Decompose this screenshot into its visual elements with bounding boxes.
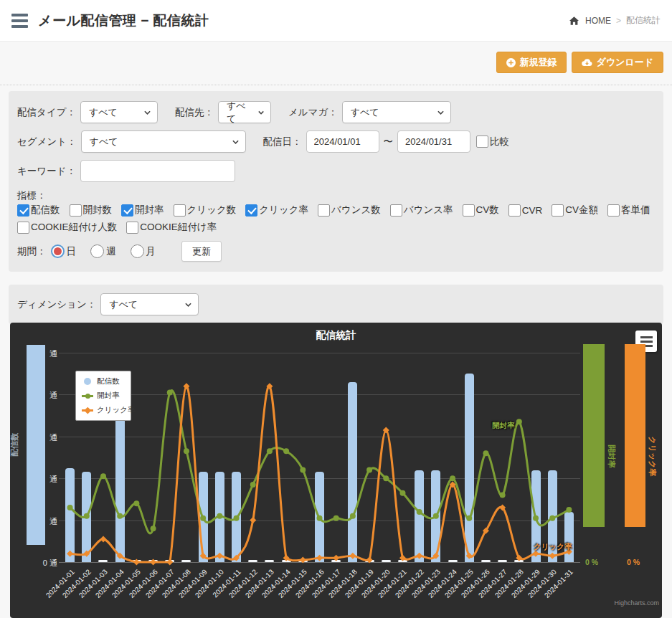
period-radio-日[interactable]: 日 — [51, 244, 77, 258]
metric-checkbox-input[interactable] — [70, 204, 82, 217]
marker-開封率[interactable] — [466, 515, 472, 521]
legend-item-配信数[interactable]: 配信数 — [82, 376, 125, 386]
marker-開封率[interactable] — [566, 507, 572, 513]
metric-checkbox-input[interactable] — [318, 204, 330, 217]
register-button[interactable]: 新規登録 — [496, 52, 567, 73]
date-from-input[interactable] — [306, 130, 379, 153]
marker-開封率[interactable] — [417, 509, 422, 515]
dimension-select[interactable]: すべて — [100, 293, 199, 315]
marker-開封率[interactable] — [133, 500, 139, 506]
metric-checkbox-客単価[interactable]: 客単価 — [607, 204, 650, 217]
marker-クリック率[interactable] — [349, 553, 356, 559]
marker-クリック率[interactable] — [300, 557, 306, 564]
metric-checkbox-input[interactable] — [174, 204, 186, 217]
marker-開封率[interactable] — [167, 389, 173, 395]
marker-開封率[interactable] — [84, 513, 90, 519]
marker-開封率[interactable] — [250, 482, 256, 488]
metric-checkbox-開封率[interactable]: 開封率 — [121, 204, 164, 217]
metric-checkbox-クリック率[interactable]: クリック率 — [245, 204, 308, 217]
metric-checkbox-CV金額[interactable]: CV金額 — [552, 204, 598, 217]
metric-checkbox-input[interactable] — [245, 204, 257, 217]
marker-クリック率[interactable] — [250, 517, 256, 523]
metric-checkbox-開封数[interactable]: 開封数 — [70, 204, 113, 217]
metric-checkbox-COOKIE紐付け人数[interactable]: COOKIE紐付け人数 — [17, 221, 117, 234]
marker-開封率[interactable] — [151, 526, 156, 531]
metric-checkbox-COOKIE紐付け率[interactable]: COOKIE紐付け率 — [126, 221, 217, 234]
marker-開封率[interactable] — [200, 515, 206, 521]
open-rate-zero-label: 0 % — [585, 558, 598, 566]
period-radio-input[interactable] — [51, 244, 65, 258]
metric-checkbox-CV数[interactable]: CV数 — [463, 204, 499, 217]
delivery-type-select[interactable]: すべて — [80, 101, 158, 123]
marker-開封率[interactable] — [184, 448, 189, 454]
keyword-input[interactable] — [80, 160, 235, 182]
compare-checkbox-label[interactable]: 比較 — [476, 136, 509, 148]
marker-開封率[interactable] — [399, 490, 405, 496]
marker-クリック率[interactable] — [316, 555, 323, 561]
date-to-input[interactable] — [397, 130, 470, 153]
metric-checkbox-input[interactable] — [17, 204, 29, 217]
marker-クリック率[interactable] — [333, 555, 339, 561]
merumaga-select[interactable]: すべて — [342, 101, 451, 123]
marker-クリック率[interactable] — [466, 553, 473, 559]
metric-checkbox-input[interactable] — [121, 204, 133, 217]
marker-クリック率[interactable] — [217, 553, 223, 559]
marker-開封率[interactable] — [283, 448, 289, 454]
metric-checkbox-CVR[interactable]: CVR — [508, 204, 543, 217]
marker-開封率[interactable] — [516, 419, 522, 424]
marker-開封率[interactable] — [383, 475, 389, 481]
marker-クリック率[interactable] — [67, 551, 73, 557]
metric-checkbox-label: CV金額 — [565, 204, 598, 217]
metric-checkbox-バウンス数[interactable]: バウンス数 — [318, 204, 381, 217]
marker-クリック率[interactable] — [549, 553, 556, 559]
marker-クリック率[interactable] — [100, 536, 106, 542]
marker-開封率[interactable] — [333, 515, 339, 521]
marker-開封率[interactable] — [234, 515, 240, 521]
period-radio-input[interactable] — [131, 244, 144, 258]
metric-checkbox-クリック数[interactable]: クリック数 — [174, 204, 237, 217]
highcharts-credits[interactable]: Highcharts.com — [614, 599, 659, 607]
compare-checkbox[interactable] — [476, 136, 488, 148]
menu-hamburger-icon[interactable] — [11, 14, 28, 28]
segment-select[interactable]: すべて — [81, 130, 246, 153]
marker-クリック率[interactable] — [166, 559, 173, 566]
marker-開封率[interactable] — [483, 450, 488, 456]
metric-checkbox-input[interactable] — [390, 204, 402, 217]
marker-開封率[interactable] — [450, 475, 455, 481]
marker-開封率[interactable] — [500, 493, 506, 498]
period-radio-月[interactable]: 月 — [131, 244, 156, 258]
marker-開封率[interactable] — [67, 505, 73, 510]
marker-開封率[interactable] — [117, 513, 123, 519]
metric-checkbox-バウンス率[interactable]: バウンス率 — [390, 204, 453, 217]
metric-checkbox-input[interactable] — [126, 222, 138, 234]
metric-checkbox-input[interactable] — [508, 204, 521, 217]
marker-開封率[interactable] — [217, 513, 222, 519]
legend-item-label: クリック率 — [97, 405, 135, 415]
marker-クリック率[interactable] — [366, 557, 373, 564]
metric-checkbox-input[interactable] — [463, 204, 475, 217]
period-radio-input[interactable] — [90, 244, 104, 258]
download-button[interactable]: ダウンロード — [572, 52, 663, 73]
marker-開封率[interactable] — [433, 513, 439, 519]
period-radio-週[interactable]: 週 — [90, 244, 116, 258]
metric-checkbox-配信数[interactable]: 配信数 — [17, 204, 60, 217]
legend-item-クリック率[interactable]: クリック率 — [82, 405, 125, 415]
marker-開封率[interactable] — [100, 473, 106, 479]
marker-クリック率[interactable] — [133, 559, 140, 566]
marker-クリック率[interactable] — [416, 553, 422, 559]
update-button[interactable]: 更新 — [181, 241, 222, 262]
marker-開封率[interactable] — [300, 467, 306, 473]
metric-checkbox-input[interactable] — [607, 204, 620, 217]
marker-開封率[interactable] — [549, 515, 555, 521]
metric-checkbox-input[interactable] — [17, 222, 29, 234]
marker-開封率[interactable] — [350, 513, 356, 519]
marker-開封率[interactable] — [267, 448, 273, 454]
destination-select[interactable]: すべて — [218, 101, 271, 123]
breadcrumb-home[interactable]: HOME — [585, 16, 611, 26]
marker-開封率[interactable] — [366, 467, 372, 473]
metric-checkbox-input[interactable] — [552, 204, 564, 217]
marker-クリック率[interactable] — [150, 559, 156, 566]
marker-開封率[interactable] — [317, 515, 323, 521]
marker-開封率[interactable] — [533, 515, 539, 521]
legend-item-開封率[interactable]: 開封率 — [82, 391, 125, 401]
